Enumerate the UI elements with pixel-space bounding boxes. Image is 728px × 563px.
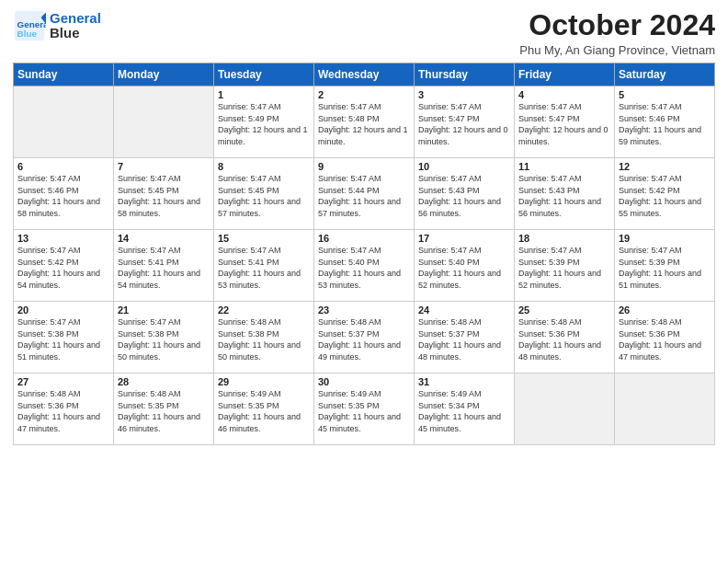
col-friday: Friday [515, 63, 615, 86]
col-tuesday: Tuesday [214, 63, 314, 86]
col-thursday: Thursday [415, 63, 515, 86]
calendar-day: 29 Sunrise: 5:49 AMSunset: 5:35 PMDaylig… [214, 373, 314, 445]
day-detail: Sunrise: 5:48 AMSunset: 5:36 PMDaylight:… [518, 316, 610, 362]
day-number: 16 [318, 233, 410, 244]
day-detail: Sunrise: 5:47 AMSunset: 5:44 PMDaylight:… [318, 173, 410, 219]
day-number: 13 [17, 233, 109, 244]
day-detail: Sunrise: 5:47 AMSunset: 5:43 PMDaylight:… [518, 173, 610, 219]
day-number: 5 [619, 89, 711, 100]
day-number: 26 [619, 304, 711, 316]
day-number: 30 [318, 376, 410, 387]
day-detail: Sunrise: 5:48 AMSunset: 5:36 PMDaylight:… [619, 316, 711, 362]
day-number: 21 [118, 304, 210, 316]
day-number: 23 [318, 304, 410, 316]
calendar-day: 19 Sunrise: 5:47 AMSunset: 5:39 PMDaylig… [615, 230, 715, 302]
day-detail: Sunrise: 5:47 AMSunset: 5:43 PMDaylight:… [418, 173, 510, 219]
day-detail: Sunrise: 5:49 AMSunset: 5:35 PMDaylight:… [218, 388, 310, 434]
calendar-day [114, 86, 214, 158]
calendar-day [515, 373, 615, 445]
col-sunday: Sunday [14, 63, 114, 86]
day-number: 29 [218, 376, 310, 387]
day-number: 11 [518, 161, 610, 172]
calendar-day: 27 Sunrise: 5:48 AMSunset: 5:36 PMDaylig… [14, 373, 114, 445]
calendar-day: 11 Sunrise: 5:47 AMSunset: 5:43 PMDaylig… [515, 158, 615, 230]
calendar-day: 16 Sunrise: 5:47 AMSunset: 5:40 PMDaylig… [314, 230, 415, 302]
col-monday: Monday [114, 63, 214, 86]
day-detail: Sunrise: 5:47 AMSunset: 5:47 PMDaylight:… [418, 101, 510, 147]
day-number: 15 [218, 233, 310, 244]
day-number: 28 [118, 376, 210, 387]
calendar-week-1: 1 Sunrise: 5:47 AMSunset: 5:49 PMDayligh… [14, 86, 715, 158]
calendar-week-2: 6 Sunrise: 5:47 AMSunset: 5:46 PMDayligh… [14, 158, 715, 230]
day-number: 3 [418, 89, 510, 100]
calendar-day: 12 Sunrise: 5:47 AMSunset: 5:42 PMDaylig… [615, 158, 715, 230]
calendar-day: 25 Sunrise: 5:48 AMSunset: 5:36 PMDaylig… [515, 302, 615, 373]
day-detail: Sunrise: 5:47 AMSunset: 5:46 PMDaylight:… [17, 173, 109, 219]
calendar-day: 2 Sunrise: 5:47 AMSunset: 5:48 PMDayligh… [314, 86, 415, 158]
calendar-day: 24 Sunrise: 5:48 AMSunset: 5:37 PMDaylig… [415, 302, 515, 373]
calendar-week-5: 27 Sunrise: 5:48 AMSunset: 5:36 PMDaylig… [14, 373, 715, 445]
logo-icon: General Blue [13, 9, 46, 42]
day-number: 31 [418, 376, 510, 387]
calendar-day: 17 Sunrise: 5:47 AMSunset: 5:40 PMDaylig… [415, 230, 515, 302]
calendar-day: 31 Sunrise: 5:49 AMSunset: 5:34 PMDaylig… [415, 373, 515, 445]
calendar-day: 8 Sunrise: 5:47 AMSunset: 5:45 PMDayligh… [214, 158, 314, 230]
logo: General Blue General Blue [13, 9, 101, 42]
day-number: 9 [318, 161, 410, 172]
day-detail: Sunrise: 5:47 AMSunset: 5:38 PMDaylight:… [118, 316, 210, 362]
day-detail: Sunrise: 5:47 AMSunset: 5:42 PMDaylight:… [17, 245, 109, 291]
calendar-day: 5 Sunrise: 5:47 AMSunset: 5:46 PMDayligh… [615, 86, 715, 158]
day-detail: Sunrise: 5:47 AMSunset: 5:46 PMDaylight:… [619, 101, 711, 147]
day-number: 22 [218, 304, 310, 316]
calendar-table: Sunday Monday Tuesday Wednesday Thursday… [13, 63, 715, 445]
day-detail: Sunrise: 5:47 AMSunset: 5:41 PMDaylight:… [118, 245, 210, 291]
day-detail: Sunrise: 5:48 AMSunset: 5:35 PMDaylight:… [118, 388, 210, 434]
calendar-day: 20 Sunrise: 5:47 AMSunset: 5:38 PMDaylig… [14, 302, 114, 373]
day-detail: Sunrise: 5:47 AMSunset: 5:38 PMDaylight:… [17, 316, 109, 362]
day-number: 8 [218, 161, 310, 172]
calendar-day: 6 Sunrise: 5:47 AMSunset: 5:46 PMDayligh… [14, 158, 114, 230]
calendar-header-row: Sunday Monday Tuesday Wednesday Thursday… [14, 63, 715, 86]
logo-line2: Blue [50, 25, 80, 40]
day-detail: Sunrise: 5:47 AMSunset: 5:42 PMDaylight:… [619, 173, 711, 219]
calendar-day: 7 Sunrise: 5:47 AMSunset: 5:45 PMDayligh… [114, 158, 214, 230]
day-detail: Sunrise: 5:48 AMSunset: 5:37 PMDaylight:… [418, 316, 510, 362]
subtitle: Phu My, An Giang Province, Vietnam [519, 43, 715, 57]
calendar-day: 10 Sunrise: 5:47 AMSunset: 5:43 PMDaylig… [415, 158, 515, 230]
day-number: 10 [418, 161, 510, 172]
day-number: 7 [118, 161, 210, 172]
calendar-day: 18 Sunrise: 5:47 AMSunset: 5:39 PMDaylig… [515, 230, 615, 302]
calendar-day: 26 Sunrise: 5:48 AMSunset: 5:36 PMDaylig… [615, 302, 715, 373]
day-detail: Sunrise: 5:47 AMSunset: 5:45 PMDaylight:… [218, 173, 310, 219]
calendar-day: 14 Sunrise: 5:47 AMSunset: 5:41 PMDaylig… [114, 230, 214, 302]
col-saturday: Saturday [615, 63, 715, 86]
calendar-day: 22 Sunrise: 5:48 AMSunset: 5:38 PMDaylig… [214, 302, 314, 373]
calendar-day: 30 Sunrise: 5:49 AMSunset: 5:35 PMDaylig… [314, 373, 415, 445]
day-detail: Sunrise: 5:47 AMSunset: 5:40 PMDaylight:… [418, 245, 510, 291]
day-number: 2 [318, 89, 410, 100]
logo-line1: General [50, 10, 101, 26]
month-title: October 2024 [519, 9, 715, 41]
calendar-day: 3 Sunrise: 5:47 AMSunset: 5:47 PMDayligh… [415, 86, 515, 158]
calendar-day [14, 86, 114, 158]
day-number: 6 [17, 161, 109, 172]
day-detail: Sunrise: 5:47 AMSunset: 5:39 PMDaylight:… [518, 245, 610, 291]
day-detail: Sunrise: 5:48 AMSunset: 5:38 PMDaylight:… [218, 316, 310, 362]
day-detail: Sunrise: 5:47 AMSunset: 5:47 PMDaylight:… [518, 101, 610, 147]
svg-text:Blue: Blue [17, 29, 38, 39]
day-number: 4 [518, 89, 610, 100]
day-number: 14 [118, 233, 210, 244]
day-detail: Sunrise: 5:49 AMSunset: 5:35 PMDaylight:… [318, 388, 410, 434]
day-number: 1 [218, 89, 310, 100]
header: General Blue General Blue October 2024 P… [13, 9, 715, 57]
day-number: 19 [619, 233, 711, 244]
page: General Blue General Blue October 2024 P… [0, 0, 728, 563]
calendar-week-3: 13 Sunrise: 5:47 AMSunset: 5:42 PMDaylig… [14, 230, 715, 302]
day-number: 24 [418, 304, 510, 316]
title-block: October 2024 Phu My, An Giang Province, … [519, 9, 715, 57]
calendar-day: 4 Sunrise: 5:47 AMSunset: 5:47 PMDayligh… [515, 86, 615, 158]
day-detail: Sunrise: 5:48 AMSunset: 5:36 PMDaylight:… [17, 388, 109, 434]
day-detail: Sunrise: 5:47 AMSunset: 5:49 PMDaylight:… [218, 101, 310, 147]
day-detail: Sunrise: 5:47 AMSunset: 5:45 PMDaylight:… [118, 173, 210, 219]
col-wednesday: Wednesday [314, 63, 415, 86]
